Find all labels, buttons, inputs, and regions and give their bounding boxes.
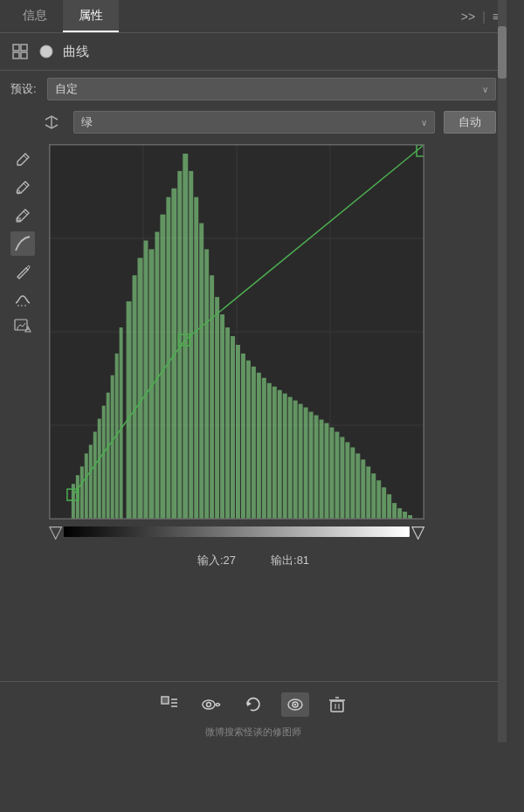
- svg-rect-36: [204, 249, 209, 519]
- svg-rect-73: [397, 508, 402, 519]
- svg-line-7: [24, 183, 27, 187]
- delete-btn[interactable]: [323, 692, 351, 717]
- header-tabs: 信息 属性 >> | ≡: [0, 0, 507, 33]
- svg-point-4: [40, 45, 52, 58]
- svg-rect-39: [220, 314, 224, 519]
- svg-rect-51: [283, 394, 287, 519]
- svg-rect-3: [21, 52, 27, 58]
- svg-rect-71: [387, 494, 391, 519]
- svg-rect-0: [13, 45, 19, 51]
- output-label: 输出:81: [271, 553, 309, 568]
- channel-select[interactable]: 绿 ∨: [73, 111, 435, 134]
- svg-rect-23: [133, 275, 137, 519]
- preset-select[interactable]: 自定 ∨: [47, 78, 496, 100]
- svg-rect-81: [93, 431, 97, 519]
- circle-icon: [37, 42, 56, 61]
- preset-row: 预设: 自定 ∨: [0, 71, 507, 107]
- gradient-row: ▽ ▽: [49, 521, 424, 542]
- svg-rect-68: [371, 473, 376, 519]
- panel-title: 曲线: [63, 44, 89, 60]
- tab-info[interactable]: 信息: [7, 0, 63, 32]
- svg-rect-41: [231, 336, 235, 519]
- svg-rect-65: [355, 453, 360, 519]
- svg-rect-45: [252, 367, 256, 519]
- svg-rect-55: [304, 408, 308, 519]
- curve-svg: [50, 145, 424, 519]
- svg-rect-56: [309, 412, 314, 519]
- svg-rect-58: [320, 420, 324, 519]
- svg-rect-82: [98, 419, 101, 519]
- eyedropper2-btn[interactable]: [10, 175, 35, 200]
- channel-dropdown-arrow: ∨: [421, 118, 427, 127]
- svg-rect-34: [194, 197, 198, 519]
- tab-properties[interactable]: 属性: [63, 0, 119, 32]
- svg-point-14: [28, 331, 29, 332]
- svg-rect-35: [199, 224, 203, 519]
- svg-rect-59: [325, 423, 329, 519]
- svg-rect-24: [138, 258, 143, 519]
- channel-swap-icon[interactable]: [42, 113, 61, 132]
- svg-rect-67: [366, 466, 370, 519]
- svg-rect-79: [85, 453, 88, 519]
- svg-rect-69: [376, 480, 381, 519]
- io-row: 输入:27 输出:81: [0, 546, 507, 572]
- svg-rect-60: [330, 427, 334, 519]
- histogram-warning-btn[interactable]: [10, 315, 35, 340]
- scrollbar-thumb[interactable]: [498, 26, 507, 79]
- visibility-btn[interactable]: [281, 692, 309, 717]
- svg-rect-61: [334, 431, 339, 519]
- auto-button[interactable]: 自动: [444, 111, 496, 134]
- svg-rect-53: [293, 401, 298, 519]
- svg-rect-25: [143, 240, 148, 519]
- eyedropper3-btn[interactable]: [10, 203, 35, 228]
- svg-point-99: [203, 700, 215, 709]
- input-label: 输入:27: [197, 553, 236, 568]
- svg-rect-22: [127, 301, 132, 519]
- eye-link-btn[interactable]: [197, 692, 225, 717]
- svg-rect-50: [278, 390, 282, 519]
- expand-icon[interactable]: >>: [461, 10, 475, 24]
- svg-rect-38: [215, 297, 219, 519]
- preset-dropdown-arrow: ∨: [482, 85, 488, 94]
- svg-rect-95: [162, 698, 168, 703]
- svg-rect-74: [403, 512, 407, 519]
- pencil-tool-btn[interactable]: [10, 259, 35, 284]
- svg-rect-43: [241, 354, 245, 519]
- smooth-tool-btn[interactable]: [10, 287, 35, 312]
- triangle-left-icon[interactable]: ▽: [49, 521, 62, 542]
- svg-marker-101: [247, 701, 252, 706]
- tab-actions: >> | ≡: [461, 0, 500, 32]
- watermark: 微博搜索怪谈的修图师: [0, 724, 507, 742]
- target-icon-btn[interactable]: [155, 692, 183, 717]
- triangle-right-icon[interactable]: ▽: [411, 521, 424, 542]
- svg-point-100: [207, 703, 211, 707]
- svg-rect-78: [80, 466, 84, 519]
- scrollbar[interactable]: [498, 0, 507, 742]
- svg-rect-2: [13, 52, 19, 58]
- preset-label: 预设:: [10, 81, 38, 97]
- curve-tool-btn[interactable]: [10, 231, 35, 256]
- svg-rect-1: [21, 45, 27, 51]
- svg-rect-46: [257, 373, 261, 519]
- svg-rect-54: [299, 404, 303, 519]
- svg-rect-72: [392, 503, 396, 519]
- reset-btn[interactable]: [239, 692, 267, 717]
- grid-icon: [10, 42, 30, 61]
- svg-rect-29: [166, 197, 170, 519]
- eyedropper1-btn[interactable]: [10, 148, 35, 172]
- svg-rect-83: [102, 406, 106, 519]
- svg-rect-57: [314, 416, 319, 519]
- svg-rect-80: [89, 444, 93, 519]
- svg-rect-85: [111, 375, 114, 519]
- svg-rect-32: [183, 154, 188, 519]
- svg-line-9: [24, 211, 27, 215]
- svg-rect-28: [160, 215, 165, 519]
- svg-rect-66: [361, 459, 365, 519]
- svg-rect-87: [120, 327, 123, 519]
- svg-line-6: [24, 155, 27, 159]
- curve-outer: ▽ ▽: [45, 144, 424, 542]
- svg-rect-40: [225, 327, 230, 519]
- curve-container[interactable]: [49, 144, 424, 520]
- gradient-bar: [64, 526, 410, 537]
- svg-rect-70: [382, 487, 386, 519]
